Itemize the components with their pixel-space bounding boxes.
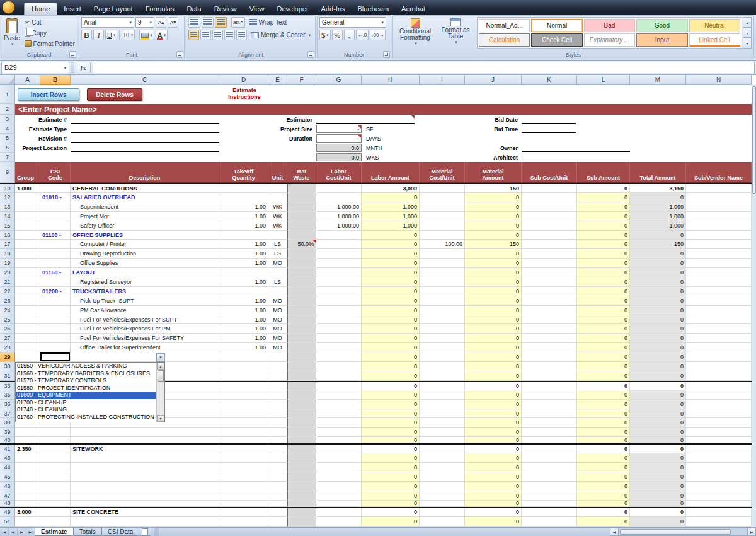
cell-N23[interactable]	[686, 296, 752, 306]
cell-H47[interactable]: 0	[362, 491, 420, 501]
format-as-table-button[interactable]: Format as Table ▾	[435, 17, 476, 50]
scroll-left-icon[interactable]: ◀	[610, 528, 619, 536]
cell-F51[interactable]	[287, 517, 316, 527]
cell-I30[interactable]	[420, 362, 465, 371]
cell-D28[interactable]: 1.00	[219, 343, 268, 352]
cell-D37[interactable]	[219, 409, 268, 419]
row-header-40[interactable]: 40	[0, 437, 15, 443]
cell-I48[interactable]	[420, 501, 465, 507]
cell-G44[interactable]	[316, 463, 362, 472]
cell-H10[interactable]: 3,000	[362, 184, 420, 193]
select-all-corner[interactable]	[0, 75, 15, 85]
cell-K10[interactable]	[522, 184, 577, 193]
cell-M36[interactable]: 0	[630, 400, 686, 409]
cell-N16[interactable]	[686, 231, 752, 240]
cell-L15[interactable]: 0	[577, 221, 630, 231]
cell-B12[interactable]: 01010 -	[40, 193, 71, 202]
cell-N39[interactable]	[686, 428, 752, 437]
cell-L45[interactable]: 0	[577, 472, 630, 482]
cell-J21[interactable]: 0	[465, 277, 522, 287]
cell-G43[interactable]	[316, 453, 362, 463]
cell-E13[interactable]: WK	[268, 202, 287, 212]
alignment-dialog-launcher[interactable]	[307, 51, 314, 58]
cell-L10[interactable]: 0	[577, 184, 630, 193]
cell-K39[interactable]	[522, 428, 577, 437]
cell-F17[interactable]: 50.0%	[287, 240, 316, 249]
cell-F31[interactable]	[287, 371, 316, 381]
cell-K24[interactable]	[522, 306, 577, 315]
cell-I27[interactable]	[420, 334, 465, 343]
ribbon-tab-acrobat[interactable]: Acrobat	[395, 3, 432, 15]
cell-B21[interactable]	[40, 277, 71, 287]
cell-M35[interactable]: 0	[630, 390, 686, 400]
cell-L26[interactable]: 0	[577, 324, 630, 334]
cell-G10[interactable]	[316, 184, 362, 193]
cell-I41[interactable]	[420, 445, 465, 453]
cell-H41[interactable]: 0	[362, 445, 420, 453]
cell-L49[interactable]: 0	[577, 508, 630, 517]
cell-E39[interactable]	[268, 428, 287, 437]
cell-F23[interactable]	[287, 296, 316, 306]
cell-L13[interactable]: 0	[577, 202, 630, 212]
cell-I19[interactable]	[420, 259, 465, 268]
cell-J27[interactable]: 0	[465, 334, 522, 343]
cell-E38[interactable]	[268, 418, 287, 428]
style-chip-check-cell[interactable]: Check Cell	[531, 33, 582, 47]
cell-G40[interactable]	[316, 437, 362, 443]
cell-B14[interactable]	[40, 212, 71, 221]
horizontal-scroll-thumb[interactable]	[620, 529, 731, 535]
cell-C24[interactable]: PM Car Allowance	[71, 306, 219, 315]
column-header-k[interactable]: K	[522, 75, 577, 85]
row-header-25[interactable]: 25	[0, 315, 15, 325]
cell-C13[interactable]: Superintendent	[71, 202, 219, 212]
cell-F46[interactable]	[287, 482, 316, 491]
cell-F30[interactable]	[287, 362, 316, 371]
increase-indent-button[interactable]	[236, 30, 247, 40]
cell-G17[interactable]	[316, 240, 362, 249]
cell-K28[interactable]	[522, 343, 577, 352]
cell-C44[interactable]	[71, 463, 219, 472]
cell-M43[interactable]: 0	[630, 453, 686, 463]
cell-F12[interactable]	[287, 193, 316, 202]
cell-E20[interactable]	[268, 268, 287, 277]
first-sheet-button[interactable]: |◀	[0, 528, 9, 536]
cell-E40[interactable]	[268, 437, 287, 443]
validation-dropdown-button[interactable]: ▾	[156, 353, 165, 362]
row-header-1[interactable]: 1	[0, 85, 15, 104]
cell-J49[interactable]: 0	[465, 508, 522, 517]
cell-C23[interactable]: Pick-Up Truck- SUPT	[71, 296, 219, 306]
cell-F45[interactable]	[287, 472, 316, 482]
vertical-scrollbar[interactable]	[752, 85, 756, 527]
cell-I24[interactable]	[420, 306, 465, 315]
cell-E33[interactable]	[268, 382, 287, 390]
cell-L39[interactable]: 0	[577, 428, 630, 437]
cell-C41[interactable]: SITEWORK	[71, 445, 219, 453]
cell-F26[interactable]	[287, 324, 316, 334]
decrease-indent-button[interactable]	[224, 30, 235, 40]
cell-J37[interactable]: 0	[465, 409, 522, 419]
ribbon-tab-bluebeam[interactable]: Bluebeam	[352, 3, 396, 15]
cell-F21[interactable]	[287, 277, 316, 287]
align-bottom-button[interactable]	[215, 17, 227, 28]
cell-A43[interactable]	[15, 453, 40, 463]
cell-M17[interactable]: 150	[630, 240, 686, 249]
cell-A24[interactable]	[15, 306, 40, 315]
cell-E12[interactable]	[268, 193, 287, 202]
cell-N47[interactable]	[686, 491, 752, 501]
cell-I45[interactable]	[420, 472, 465, 482]
estimate-instructions-link[interactable]: Estimate Instructions	[217, 86, 272, 103]
cell-G45[interactable]	[316, 472, 362, 482]
increase-decimal-button[interactable]: ←.0	[356, 30, 369, 40]
cell-K46[interactable]	[522, 482, 577, 491]
row-header-23[interactable]: 23	[0, 296, 15, 306]
gallery-more-button[interactable]: ▾	[743, 38, 752, 49]
cell-E26[interactable]: MO	[268, 324, 287, 334]
cell-K15[interactable]	[522, 221, 577, 231]
cell-J40[interactable]: 0	[465, 437, 522, 443]
cell-J17[interactable]: 150	[465, 240, 522, 249]
cell-F36[interactable]	[287, 400, 316, 409]
cell-G28[interactable]	[316, 343, 362, 352]
cell-N24[interactable]	[686, 306, 752, 315]
cell-J30[interactable]: 0	[465, 362, 522, 371]
shrink-font-button[interactable]: A▾	[168, 17, 178, 28]
